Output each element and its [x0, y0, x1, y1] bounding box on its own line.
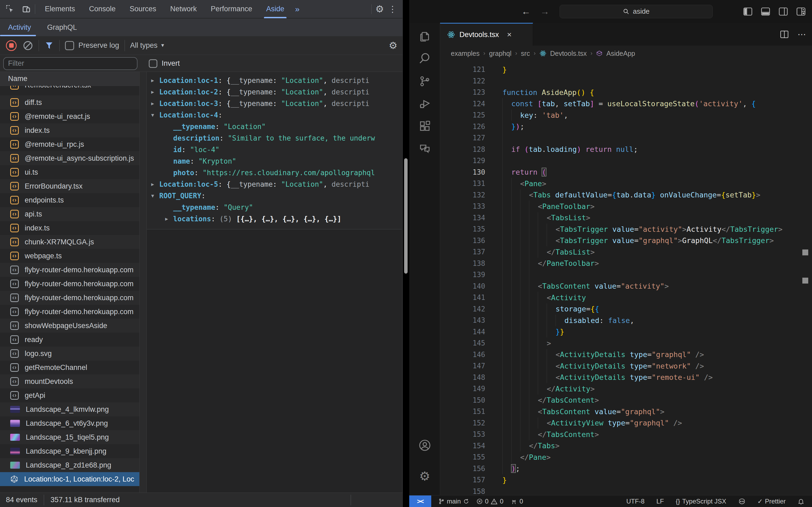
devtools-tab-aside[interactable]: Aside — [259, 0, 291, 18]
name-column-header[interactable]: Name — [0, 72, 139, 86]
code-line[interactable]: 146<ActivityDetails type="graphql" /> — [440, 349, 812, 360]
expand-arrow-icon[interactable]: ▼ — [151, 112, 159, 118]
breadcrumb-item[interactable]: AsideApp — [606, 50, 635, 57]
language-mode-item[interactable]: {} TypeScript JSX — [675, 498, 726, 505]
search-sidebar-icon[interactable] — [409, 48, 440, 69]
breadcrumb-item[interactable]: examples — [451, 50, 479, 57]
code-line[interactable]: 156); — [440, 463, 812, 474]
code-line[interactable]: 131<Pane> — [440, 178, 812, 189]
code-line[interactable]: 130return ( — [440, 167, 812, 178]
list-item-selected[interactable]: Location:loc-1, Location:loc-2, Loc — [0, 472, 139, 486]
ports-item[interactable]: 0 — [510, 498, 523, 505]
devtools-tab-elements[interactable]: Elements — [38, 0, 82, 18]
inspect-element-icon[interactable] — [4, 3, 16, 15]
record-button[interactable] — [6, 40, 17, 51]
cache-tree-line[interactable]: ▼ROOT_QUERY: — [147, 190, 402, 202]
nav-back-icon[interactable]: ← — [517, 6, 536, 17]
code-line[interactable]: 151<TabsContent value="graphql"> — [440, 406, 812, 417]
list-item[interactable]: ‹›chunk-XR7MQLGA.js — [0, 235, 139, 249]
cache-tree-line[interactable]: ▶locations: (5) [{…}, {…}, {…}, {…}, {…}… — [147, 213, 402, 225]
cache-tree-line[interactable]: ▼Location:loc-4: — [147, 109, 402, 121]
source-control-icon[interactable] — [409, 70, 440, 92]
code-line[interactable]: 128if (tab.loading) return null; — [440, 144, 812, 155]
editor-actions-more-icon[interactable]: ⋯ — [798, 29, 807, 40]
list-item[interactable]: Landscape_4_lkmvlw.png — [0, 402, 139, 416]
list-item[interactable]: ‹›showWebpageUsesAside — [0, 319, 139, 333]
list-item[interactable]: ‹›RemoteRenderer.tsx — [0, 86, 139, 96]
breadcrumb-item[interactable]: graphql — [489, 50, 511, 57]
code-line[interactable]: 137</TabsList> — [440, 246, 812, 258]
devtools-tab-network[interactable]: Network — [163, 0, 204, 18]
copilot-item[interactable] — [738, 498, 746, 505]
code-line[interactable]: 154</Tabs> — [440, 440, 812, 452]
code-line[interactable]: 145> — [440, 337, 812, 349]
run-debug-icon[interactable] — [409, 93, 440, 115]
list-item[interactable]: ‹›api.ts — [0, 207, 139, 221]
code-line[interactable]: 141<Activity — [440, 292, 812, 303]
code-line[interactable]: 136<TabsTrigger value="graphql">GraphQL<… — [440, 235, 812, 246]
code-line[interactable]: 153</TabsContent> — [440, 429, 812, 440]
formatter-item[interactable]: ✓Prettier — [758, 498, 786, 505]
devtools-tab-console[interactable]: Console — [82, 0, 123, 18]
devtools-scrollbar-thumb[interactable] — [404, 158, 408, 274]
invert-checkbox[interactable] — [149, 59, 157, 68]
list-scroll-gutter[interactable] — [140, 72, 147, 493]
code-line[interactable]: 123function AsideApp() { — [440, 87, 812, 98]
list-item[interactable]: Landscape_9_kbenjj.png — [0, 444, 139, 458]
code-line[interactable]: 124const [tab, setTab] = useLocalStorage… — [440, 98, 812, 110]
code-line[interactable]: 139 — [440, 269, 812, 281]
list-item[interactable]: ‹›flyby-router-demo.herokuapp.com — [0, 277, 139, 291]
expand-arrow-icon[interactable]: ▶ — [151, 181, 159, 187]
split-editor-icon[interactable] — [780, 31, 789, 38]
list-item[interactable]: ‹›ready — [0, 333, 139, 347]
git-branch-item[interactable]: main — [438, 498, 469, 505]
list-item[interactable]: ‹›logo.svg — [0, 347, 139, 360]
expand-arrow-icon[interactable]: ▼ — [151, 193, 159, 199]
all-types-dropdown[interactable]: All types▼ — [130, 41, 165, 50]
devtools-kebab-menu-icon[interactable]: ⋮ — [388, 4, 397, 14]
list-item[interactable]: ‹›getRemoteChannel — [0, 360, 139, 375]
code-line[interactable]: 148<ActivityDetails type="remote-ui" /> — [440, 372, 812, 383]
list-item[interactable]: ‹›flyby-router-demo.herokuapp.com — [0, 291, 139, 305]
more-tabs-chevron-icon[interactable]: » — [291, 5, 303, 14]
list-item[interactable]: ‹›flyby-router-demo.herokuapp.com — [0, 263, 139, 277]
clear-button[interactable] — [22, 40, 33, 51]
toggle-primary-sidebar-icon[interactable] — [743, 7, 752, 15]
nav-forward-icon[interactable]: → — [536, 6, 554, 17]
preserve-log-checkbox[interactable] — [65, 41, 74, 50]
remote-indicator[interactable]: >< — [409, 496, 431, 507]
list-item[interactable]: ‹›@remote-ui_rpc.js — [0, 137, 139, 151]
devtools-settings-gear-icon[interactable]: ⚙ — [375, 3, 384, 15]
breadcrumb-item[interactable]: Devtools.tsx — [550, 50, 587, 57]
expand-arrow-icon[interactable]: ▶ — [151, 89, 159, 95]
code-line[interactable]: 149</Activity> — [440, 383, 812, 395]
cache-tree-line[interactable]: ▶Location:loc-2: {__typename: "Location"… — [147, 86, 402, 98]
list-item[interactable]: ‹›endpoints.ts — [0, 193, 139, 207]
code-line[interactable]: 126}); — [440, 121, 812, 132]
code-line[interactable]: 122 — [440, 75, 812, 87]
activity-settings-gear-icon[interactable]: ⚙ — [389, 40, 397, 51]
comments-icon[interactable] — [409, 137, 440, 159]
code-line[interactable]: 147<ActivityDetails type="network" /> — [440, 360, 812, 372]
code-line[interactable]: 127 — [440, 132, 812, 144]
code-line[interactable]: 125key: 'tab', — [440, 109, 812, 121]
list-item[interactable]: ‹›@remote-ui_react.js — [0, 109, 139, 123]
explorer-icon[interactable] — [409, 25, 440, 47]
command-center-search[interactable]: aside — [560, 5, 713, 18]
list-item[interactable]: ‹›@remote-ui_async-subscription.js — [0, 151, 139, 165]
list-item[interactable]: ‹›diff.ts — [0, 96, 139, 109]
breadcrumb-item[interactable]: src — [521, 50, 530, 57]
list-item[interactable]: ‹›webpage.ts — [0, 249, 139, 263]
code-line[interactable]: 157} — [440, 474, 812, 486]
code-line[interactable]: 152<ActivityView type="graphql" /> — [440, 417, 812, 429]
manage-gear-icon[interactable]: ⚙ — [409, 465, 440, 487]
list-item[interactable]: Landscape_15_tiqel5.png — [0, 430, 139, 444]
code-line[interactable]: 133<PaneToolbar> — [440, 201, 812, 212]
list-item[interactable]: ‹›ui.ts — [0, 165, 139, 179]
cache-tree-line[interactable]: ▶Location:loc-5: {__typename: "Location"… — [147, 178, 402, 190]
code-editor[interactable]: 121}122123function AsideApp() {124const … — [440, 61, 812, 495]
code-line[interactable]: 138</PaneToolbar> — [440, 258, 812, 269]
toggle-panel-icon[interactable] — [761, 7, 770, 15]
list-item[interactable]: ‹›getApi — [0, 388, 139, 402]
list-item[interactable]: ‹›index.ts — [0, 221, 139, 235]
